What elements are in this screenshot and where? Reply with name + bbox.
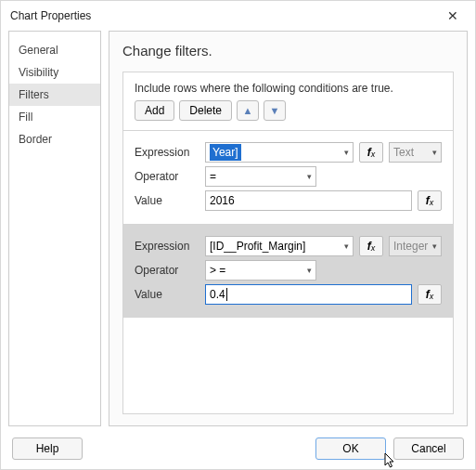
- sidebar: General Visibility Filters Fill Border: [8, 31, 101, 426]
- type-combo[interactable]: Integer ▾: [389, 236, 442, 256]
- fx-button[interactable]: fx: [418, 190, 442, 211]
- chevron-down-icon: ▾: [432, 242, 437, 251]
- sidebar-item-visibility[interactable]: Visibility: [9, 61, 100, 84]
- expression-combo[interactable]: Year] ▾: [205, 142, 354, 163]
- chevron-down-icon: ▾: [307, 266, 312, 275]
- panel-filters: Change filters. Include rows where the f…: [109, 31, 468, 426]
- operator-combo[interactable]: = ▾: [205, 166, 316, 187]
- chevron-down-icon: ▾: [432, 148, 437, 157]
- expression-value: [ID__Profit_Margin]: [210, 240, 305, 253]
- filter-row: Expression Year] ▾ fx Text ▾ Operator: [123, 130, 453, 224]
- move-down-button[interactable]: ▼: [264, 100, 286, 121]
- add-button[interactable]: Add: [135, 100, 174, 121]
- type-value: Integer: [393, 240, 428, 253]
- dialog-title: Chart Properties: [10, 9, 438, 22]
- dialog-footer: Help OK Cancel: [1, 432, 475, 469]
- sidebar-item-filters[interactable]: Filters: [9, 84, 100, 106]
- close-icon[interactable]: ✕: [438, 8, 468, 23]
- expression-label: Expression: [135, 240, 199, 253]
- fx-button[interactable]: fx: [359, 142, 383, 163]
- value-input[interactable]: 0.4: [205, 284, 412, 305]
- operator-value: > =: [210, 264, 225, 277]
- value-text: 2016: [210, 194, 235, 207]
- delete-button[interactable]: Delete: [179, 100, 232, 121]
- operator-combo[interactable]: > = ▾: [205, 260, 316, 281]
- value-text: 0.4: [210, 288, 225, 301]
- type-combo[interactable]: Text ▾: [389, 142, 442, 163]
- fx-button[interactable]: fx: [418, 284, 442, 305]
- expression-combo[interactable]: [ID__Profit_Margin] ▾: [205, 236, 354, 256]
- filter-row: Expression [ID__Profit_Margin] ▾ fx Inte…: [123, 224, 453, 318]
- type-value: Text: [393, 146, 414, 159]
- sidebar-item-fill[interactable]: Fill: [9, 106, 100, 128]
- titlebar: Chart Properties ✕: [1, 1, 475, 31]
- value-label: Value: [135, 194, 199, 207]
- value-label: Value: [135, 288, 199, 301]
- expression-label: Expression: [135, 146, 199, 159]
- filters-empty-area: [123, 318, 453, 413]
- operator-label: Operator: [135, 170, 199, 183]
- operator-value: =: [210, 170, 216, 183]
- panel-heading: Change filters.: [122, 43, 454, 59]
- fx-button[interactable]: fx: [359, 236, 383, 256]
- chevron-down-icon: ▾: [307, 172, 312, 181]
- ok-button[interactable]: OK: [315, 437, 386, 460]
- arrow-down-icon: ▼: [270, 105, 280, 116]
- chevron-down-icon: ▾: [344, 148, 349, 157]
- operator-label: Operator: [135, 264, 199, 277]
- text-caret: [226, 288, 227, 301]
- expression-value: Year]: [210, 144, 241, 161]
- sidebar-item-general[interactable]: General: [9, 39, 100, 61]
- chevron-down-icon: ▾: [344, 242, 349, 251]
- filters-toolbar: Add Delete ▲ ▼: [123, 100, 453, 130]
- filters-instruction: Include rows where the following conditi…: [123, 72, 453, 100]
- sidebar-item-border[interactable]: Border: [9, 128, 100, 150]
- arrow-up-icon: ▲: [243, 105, 253, 116]
- cancel-button[interactable]: Cancel: [393, 437, 464, 460]
- chart-properties-dialog: Chart Properties ✕ General Visibility Fi…: [0, 0, 476, 470]
- dialog-body: General Visibility Filters Fill Border C…: [1, 31, 475, 432]
- value-input[interactable]: 2016: [205, 190, 412, 211]
- filters-box: Include rows where the following conditi…: [122, 72, 454, 414]
- help-button[interactable]: Help: [12, 437, 83, 460]
- move-up-button[interactable]: ▲: [237, 100, 259, 121]
